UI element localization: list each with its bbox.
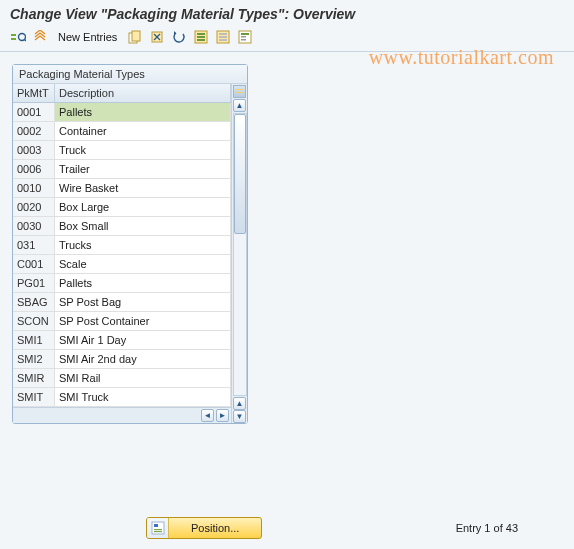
svg-rect-1 [11,38,16,40]
position-button[interactable]: Position... [146,517,262,539]
delete-icon[interactable] [149,29,165,45]
table-row[interactable]: 0003Truck [13,141,231,160]
table-row[interactable]: SMI1SMI Air 1 Day [13,331,231,350]
col-header-code[interactable]: PkMtT [13,84,55,102]
scroll-down-icon[interactable]: ▼ [233,410,246,423]
svg-rect-12 [197,39,205,41]
svg-rect-20 [241,39,246,41]
cell-code[interactable]: C001 [13,255,55,273]
copy-icon[interactable] [127,29,143,45]
svg-line-3 [24,39,26,41]
cell-desc[interactable]: Container [55,122,231,140]
cell-desc[interactable]: SP Post Bag [55,293,231,311]
cell-desc[interactable]: Box Large [55,198,231,216]
table-row[interactable]: SMIRSMI Rail [13,369,231,388]
table-row[interactable]: C001Scale [13,255,231,274]
table-row[interactable]: 0002Container [13,122,231,141]
table-row[interactable]: 0030Box Small [13,217,231,236]
page-title: Change View "Packaging Material Types": … [0,0,574,26]
table-row[interactable]: SMITSMI Truck [13,388,231,407]
footer: Position... Entry 1 of 43 [0,517,574,539]
position-icon [147,518,169,538]
table-row[interactable]: SBAGSP Post Bag [13,293,231,312]
cell-desc[interactable]: Scale [55,255,231,273]
deselect-all-icon[interactable] [215,29,231,45]
table-row[interactable]: 0020Box Large [13,198,231,217]
svg-rect-5 [132,31,140,41]
cell-desc[interactable]: Trucks [55,236,231,254]
cell-code[interactable]: SMI1 [13,331,55,349]
cell-desc[interactable]: SP Post Container [55,312,231,330]
cell-code[interactable]: 0020 [13,198,55,216]
position-label: Position... [169,522,261,534]
table-header: PkMtT Description [13,84,231,103]
expand-icon[interactable] [32,29,48,45]
cell-desc[interactable]: Pallets [55,274,231,292]
cell-desc[interactable]: Trailer [55,160,231,178]
new-entries-button[interactable]: New Entries [54,31,121,43]
scroll-up-icon[interactable]: ▲ [233,99,246,112]
svg-rect-19 [241,36,246,38]
table-row[interactable]: SCONSP Post Container [13,312,231,331]
toggle-display-icon[interactable] [10,29,26,45]
svg-rect-15 [219,36,227,38]
table-row[interactable]: 031Trucks [13,236,231,255]
print-form-icon[interactable] [237,29,253,45]
table-row[interactable]: 0010Wire Basket [13,179,231,198]
panel-title: Packaging Material Types [13,65,247,84]
svg-rect-18 [241,33,249,35]
cell-desc[interactable]: SMI Rail [55,369,231,387]
cell-code[interactable]: 0001 [13,103,55,121]
cell-desc[interactable]: SMI Air 1 Day [55,331,231,349]
svg-rect-0 [11,34,16,36]
select-columns-icon[interactable] [233,85,246,98]
cell-desc[interactable]: Box Small [55,217,231,235]
cell-desc[interactable]: Truck [55,141,231,159]
cell-code[interactable]: 0002 [13,122,55,140]
svg-rect-11 [197,36,205,38]
svg-rect-16 [219,39,227,41]
svg-rect-21 [152,522,164,534]
cell-desc[interactable]: SMI Truck [55,388,231,406]
entry-count-text: Entry 1 of 43 [456,522,518,534]
cell-code[interactable]: 031 [13,236,55,254]
cell-code[interactable]: SCON [13,312,55,330]
scroll-thumb[interactable] [234,114,246,234]
toolbar: New Entries [0,26,574,52]
table-row[interactable]: 0006Trailer [13,160,231,179]
svg-rect-23 [154,529,162,530]
col-header-desc[interactable]: Description [55,84,231,102]
table-row[interactable]: PG01Pallets [13,274,231,293]
cell-code[interactable]: 0003 [13,141,55,159]
scroll-up2-icon[interactable]: ▲ [233,397,246,410]
cell-code[interactable]: SBAG [13,293,55,311]
svg-rect-14 [219,33,227,35]
table-row[interactable]: 0001Pallets [13,103,231,122]
cell-code[interactable]: SMI2 [13,350,55,368]
vertical-scrollbar[interactable]: ▲ ▲ ▼ [231,84,247,423]
cell-desc[interactable]: SMI Air 2nd day [55,350,231,368]
cell-desc[interactable]: Wire Basket [55,179,231,197]
scroll-left-icon[interactable]: ◄ [201,409,214,422]
undo-icon[interactable] [171,29,187,45]
scroll-right-icon[interactable]: ► [216,409,229,422]
svg-rect-22 [154,524,158,527]
cell-code[interactable]: 0010 [13,179,55,197]
cell-code[interactable]: 0030 [13,217,55,235]
cell-code[interactable]: SMIR [13,369,55,387]
cell-code[interactable]: PG01 [13,274,55,292]
horizontal-scrollbar[interactable]: ◄ ► [13,407,231,423]
cell-desc[interactable]: Pallets [55,103,231,121]
svg-rect-24 [154,531,162,532]
cell-code[interactable]: 0006 [13,160,55,178]
scroll-track[interactable] [233,113,247,396]
select-all-icon[interactable] [193,29,209,45]
svg-rect-10 [197,33,205,35]
table-row[interactable]: SMI2SMI Air 2nd day [13,350,231,369]
packaging-types-panel: Packaging Material Types PkMtT Descripti… [12,64,248,424]
cell-code[interactable]: SMIT [13,388,55,406]
